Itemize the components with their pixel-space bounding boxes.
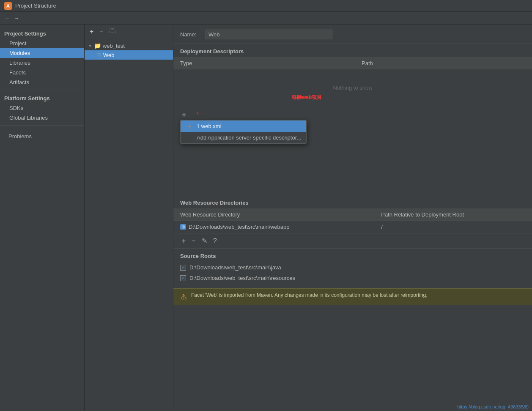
source-root-java-path: D:\Downloads\web_test\src\main\java <box>189 264 281 271</box>
folder-icon: 📁 <box>94 42 101 49</box>
sidebar-item-project[interactable]: Project <box>0 38 84 48</box>
title-bar: A Project Structure <box>0 0 532 12</box>
name-label: Name: <box>180 31 201 38</box>
chevron-down-icon: ▼ <box>88 44 92 48</box>
webxml-icon: ⊞ <box>186 123 193 129</box>
name-row: Name: <box>173 25 532 44</box>
tree-item-web-test[interactable]: ▼ 📁 web_test <box>85 41 173 50</box>
dropdown-item-appserver[interactable]: Add Application server specific descript… <box>181 132 306 143</box>
arrow-icon: ← <box>195 107 204 118</box>
name-input[interactable] <box>206 30 332 39</box>
source-root-resources: ✓ D:\Downloads\web_test\src\main\resourc… <box>173 273 532 283</box>
edit-resource-button[interactable]: ✎ <box>200 236 209 246</box>
forward-button[interactable]: → <box>14 15 19 22</box>
tree-item-label: web_test <box>103 43 125 49</box>
col-rel-path: Path Relative to Deployment Root <box>374 209 532 221</box>
source-root-java: ✓ D:\Downloads\web_test\src\main\java <box>173 262 532 273</box>
dir-icon: ⊞ <box>180 224 186 230</box>
source-root-resources-path: D:\Downloads\web_test\src\main\resources <box>189 275 295 281</box>
project-settings-label: Project Settings <box>0 28 84 38</box>
add-module-button[interactable]: + <box>88 27 95 36</box>
app-icon: A <box>4 2 12 10</box>
sidebar-item-artifacts[interactable]: Artifacts <box>0 77 84 87</box>
checkbox-java[interactable]: ✓ <box>180 265 186 271</box>
sidebar-item-global-libraries[interactable]: Global Libraries <box>0 113 84 123</box>
sidebar-item-facets[interactable]: Facets <box>0 68 84 77</box>
sidebar-divider <box>0 90 84 90</box>
main-layout: Project Settings Project Modules Librari… <box>0 25 532 411</box>
nav-bar: ← → <box>0 12 532 25</box>
warning-icon: ⚠ <box>180 292 187 301</box>
dropdown-item-webxml[interactable]: ⊞ 1 web.xml <box>181 121 306 132</box>
window-title: Project Structure <box>15 3 56 9</box>
remove-module-button[interactable]: − <box>98 27 105 36</box>
sidebar: Project Settings Project Modules Librari… <box>0 25 85 411</box>
resource-toolbar: + − ✎ ? <box>173 233 532 249</box>
bottom-link[interactable]: https://blog.csdn.net/qq_43633589 <box>457 404 529 409</box>
server-icon <box>186 135 193 141</box>
col-web-dir: Web Resource Directory <box>173 209 374 221</box>
col-path: Path <box>355 58 532 69</box>
deployment-descriptors-header: Deployment Descriptors <box>173 44 532 58</box>
tree-item-label: Web <box>103 52 115 58</box>
help-resource-button[interactable]: ? <box>211 236 219 246</box>
sidebar-item-modules[interactable]: Modules <box>0 48 84 58</box>
dropdown-area: 移除web项目 + ← ⊞ 1 web.xml Add Application … <box>173 107 532 140</box>
resource-dir-cell: ⊞ D:\Downloads\web_test\src\main\webapp <box>173 221 374 233</box>
module-panel: + − ⿻ ▼ 📁 web_test ⊞ Web <box>85 25 173 411</box>
resource-path-cell: / <box>374 221 532 233</box>
sidebar-item-problems[interactable]: Problems <box>4 132 80 141</box>
empty-message: Nothing to show <box>180 72 525 104</box>
module-tree: ▼ 📁 web_test ⊞ Web <box>85 39 173 411</box>
web-resource-header: Web Resource Directories <box>173 195 532 209</box>
source-roots-header: Source Roots <box>173 249 532 262</box>
warning-text: Facet 'Web' is imported from Maven. Any … <box>191 292 428 298</box>
sidebar-divider-2 <box>0 125 84 126</box>
deployment-table: Type Path Nothing to show <box>173 58 532 107</box>
content-area: Name: Deployment Descriptors Type Path N… <box>173 25 532 411</box>
resource-table: Web Resource Directory Path Relative to … <box>173 209 532 233</box>
add-descriptor-button[interactable]: + <box>180 110 188 121</box>
remove-resource-button[interactable]: − <box>190 236 197 246</box>
copy-module-button[interactable]: ⿻ <box>108 27 118 36</box>
add-resource-button[interactable]: + <box>180 236 187 246</box>
table-row[interactable]: ⊞ D:\Downloads\web_test\src\main\webapp … <box>173 221 532 233</box>
back-button[interactable]: ← <box>4 15 10 22</box>
warning-bar: ⚠ Facet 'Web' is imported from Maven. An… <box>173 288 532 305</box>
col-type: Type <box>173 58 355 69</box>
dropdown-menu: ⊞ 1 web.xml Add Application server speci… <box>180 120 307 144</box>
checkbox-resources[interactable]: ✓ <box>180 275 186 281</box>
sidebar-item-libraries[interactable]: Libraries <box>0 58 84 68</box>
problems-area: Problems <box>0 128 84 145</box>
sidebar-item-sdks[interactable]: SDKs <box>0 103 84 113</box>
module-icon: ⊞ <box>96 52 101 58</box>
platform-settings-label: Platform Settings <box>0 93 84 103</box>
tree-item-web[interactable]: ⊞ Web <box>85 50 173 60</box>
module-toolbar: + − ⿻ <box>85 25 173 39</box>
